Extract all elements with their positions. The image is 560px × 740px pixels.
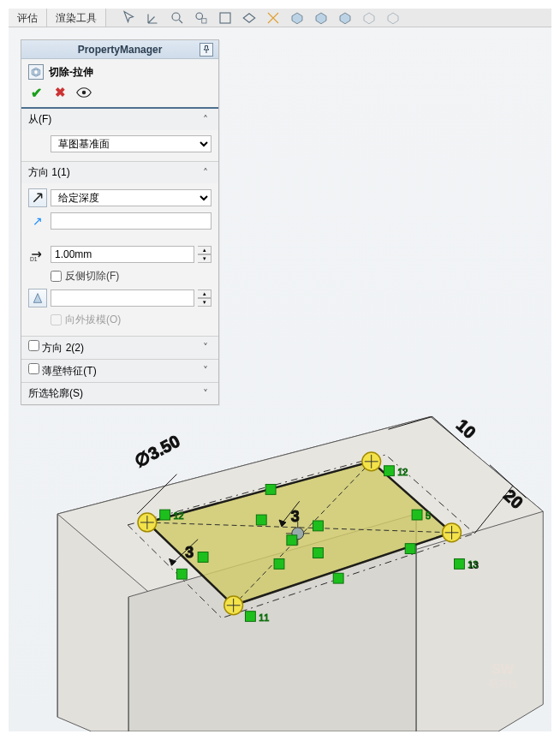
tab-render-tools[interactable]: 渲染工具 [47,9,106,27]
draft-outward-label: 向外拔模(O) [65,313,121,327]
draft-angle-input [51,289,194,307]
svg-text:5: 5 [426,510,431,521]
svg-rect-34 [455,558,465,569]
section-thin-feature-header[interactable]: 薄壁特征(T) ˅ [21,360,218,382]
tab-evaluate[interactable]: 评估 [9,9,47,27]
section-from-label: 从(F) [28,112,51,127]
section-from-header[interactable]: 从(F) ˄ [21,109,218,130]
preview-icon[interactable] [76,85,92,100]
section-view-icon[interactable] [241,10,257,26]
pm-actions: ✔ ✖ [21,83,218,109]
svg-text:3.50: 3.50 [145,431,182,462]
depth-icon: D1 [28,245,47,264]
pin-icon[interactable] [200,43,213,57]
draft-outward-checkbox: 向外拔模(O) [28,313,211,327]
svg-rect-36 [245,612,255,622]
svg-point-0 [172,13,180,21]
feature-name: 切除-拉伸 [49,65,93,80]
pointer-icon[interactable] [122,10,137,26]
edit-appearance-icon[interactable] [337,10,353,26]
zoom-area-icon[interactable] [194,10,209,26]
section-direction1-header[interactable]: 方向 1(1) ˄ [21,162,218,183]
section-thin-feature: 薄壁特征(T) ˅ [21,360,218,383]
svg-rect-41 [265,485,276,495]
hide-show-icon[interactable] [313,10,329,26]
section-selected-contours-label: 所选轮廓(S) [28,386,83,401]
zoom-in-icon[interactable] [170,10,185,26]
chevron-down-icon: ˅ [200,342,211,354]
feature-header: 切除-拉伸 [21,59,218,83]
section-direction1-label: 方向 1(1) [28,165,70,180]
svg-text:3: 3 [291,508,300,525]
svg-text:D1: D1 [30,256,38,262]
direction-arrow-icon: ↗ [28,214,47,228]
section-direction2-header[interactable]: 方向 2(2) ˅ [21,337,218,359]
pm-title-text: PropertyManager [78,44,163,56]
section-from: 从(F) ˄ 草图基准面 [21,109,218,162]
zoom-fit-icon[interactable] [217,10,233,26]
pm-title-bar: PropertyManager [21,40,218,59]
svg-rect-45 [256,515,266,525]
view-settings-icon[interactable] [385,10,401,26]
ok-button[interactable]: ✔ [28,85,44,100]
property-manager-panel: PropertyManager 切除-拉伸 ✔ ✖ 从(F) ˄ [21,39,219,405]
cut-extrude-icon [28,64,44,80]
appearance-icon[interactable] [265,10,281,26]
svg-rect-42 [274,558,284,569]
section-thin-feature-label: 薄壁特征(T) [42,365,96,377]
chevron-down-icon: ˅ [200,388,211,400]
svg-text:12: 12 [397,467,408,477]
command-tabs: 评估 渲染工具 [9,9,551,27]
chevron-up-icon: ˄ [200,167,211,179]
reverse-direction-icon[interactable] [28,188,47,207]
thin-feature-enable-checkbox[interactable] [28,363,39,374]
section-direction1: 方向 1(1) ˄ 给定深度 ↗ [21,162,218,337]
svg-rect-2 [202,18,206,22]
direction2-enable-checkbox[interactable] [28,340,39,351]
svg-rect-40 [198,552,208,563]
svg-text:13: 13 [468,560,479,570]
draft-icon[interactable] [28,289,47,307]
svg-rect-3 [220,13,230,23]
depth-input[interactable] [51,246,194,263]
triad-icon[interactable] [146,10,161,26]
draft-spinner: ▴▾ [198,289,211,307]
svg-rect-47 [313,548,324,558]
svg-rect-32 [384,466,395,476]
svg-rect-43 [333,573,343,583]
chevron-up-icon: ˄ [200,114,211,126]
direction-vector-input[interactable] [51,212,211,230]
flip-side-checkbox[interactable]: 反侧切除(F) [28,269,211,283]
chevron-down-icon: ˅ [200,365,211,377]
svg-rect-48 [287,535,297,546]
svg-text:11: 11 [259,612,269,623]
scene-icon[interactable] [361,10,377,26]
svg-rect-38 [412,510,422,520]
watermark: SW 研习社 [473,646,533,706]
section-selected-contours-header[interactable]: 所选轮廓(S) ˅ [21,383,218,404]
svg-point-64 [82,91,86,95]
flip-side-label: 反侧切除(F) [65,269,119,283]
section-direction2: 方向 2(2) ˅ [21,337,218,360]
end-condition-select[interactable]: 给定深度 [51,189,211,206]
svg-rect-49 [176,569,187,579]
display-style-icon[interactable] [289,10,305,26]
svg-text:12: 12 [174,510,184,521]
cancel-button[interactable]: ✖ [52,85,68,100]
section-selected-contours: 所选轮廓(S) ˅ [21,383,218,404]
svg-rect-44 [405,544,415,554]
svg-rect-30 [160,510,170,520]
from-select[interactable]: 草图基准面 [51,135,211,152]
svg-text:3: 3 [185,544,194,561]
section-direction2-label: 方向 2(2) [42,342,84,354]
view-toolbar [122,9,401,27]
svg-rect-46 [313,521,324,531]
depth-spinner[interactable]: ▴▾ [198,246,211,263]
